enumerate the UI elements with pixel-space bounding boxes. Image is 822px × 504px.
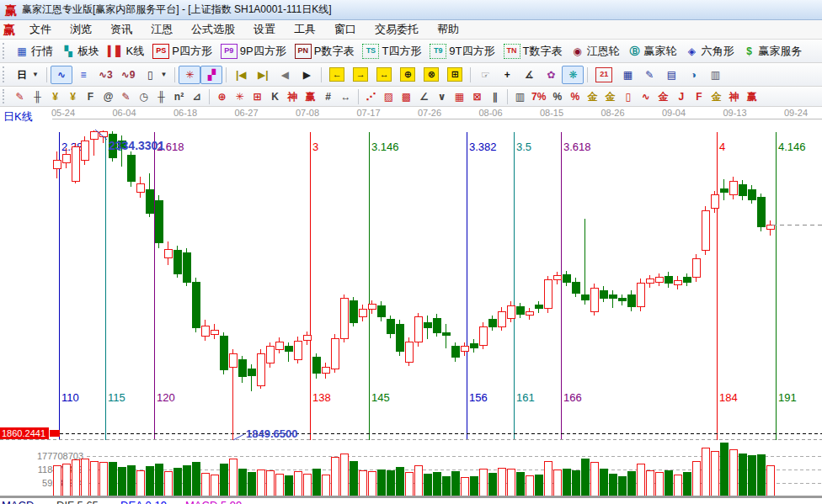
winner-wheel-button-button[interactable]: Ⓑ赢家轮 (623, 41, 681, 61)
grid-target-button[interactable]: ⊞ (248, 88, 266, 104)
angle-lines-button[interactable]: ∠ (415, 88, 433, 104)
gold-ruler-2-button[interactable]: ¥ (64, 88, 82, 104)
zoom-horizontal-button[interactable]: ↔ (372, 65, 396, 84)
fan-grid-button[interactable]: ▩ (398, 88, 415, 104)
nav-first-button[interactable]: |◀ (230, 66, 252, 84)
crosshair-button[interactable]: + (496, 66, 518, 84)
pattern-search-button[interactable]: ✳ (179, 66, 200, 84)
period-selector-dropdown-icon[interactable]: ▼ (32, 71, 39, 78)
t9-square-button-button[interactable]: T99T四方形 (425, 41, 499, 61)
k-note-button[interactable]: K (266, 88, 284, 104)
menu-item-8[interactable]: 交易委托 (366, 20, 428, 39)
chart-area[interactable]: 日K线 05-2406-0406-1806-2707-0807-1707-260… (0, 107, 822, 504)
toolbar-drag-handle[interactable] (3, 66, 8, 82)
circle-cross-button[interactable]: ⊕ (213, 88, 231, 104)
shift-left-button[interactable]: ← (325, 65, 349, 84)
star-burst-button[interactable]: ✳ (231, 88, 248, 104)
ying-tool-button[interactable]: 赢 (302, 88, 319, 104)
quotes-button-button[interactable]: ▦行情 (11, 41, 57, 61)
compress-view-button[interactable]: ⊗ (419, 65, 443, 84)
parallel-lines-button[interactable]: ∥ (486, 88, 504, 104)
grid-tool-button[interactable]: ▦ (451, 88, 468, 104)
zigzag-tool-button[interactable]: ∿ (51, 66, 72, 84)
candle-style-dropdown-icon[interactable]: ▼ (160, 71, 167, 78)
wave-9-button[interactable]: ∿9 (117, 66, 140, 84)
wave-3-button[interactable]: ∿3 (94, 66, 117, 84)
check-tool-button[interactable]: ∨ (433, 88, 451, 104)
j-angle-button[interactable]: J (672, 88, 690, 104)
notes-button[interactable]: ✎ (638, 66, 660, 84)
fan-box-button[interactable]: ▨ (380, 88, 398, 104)
period-selector-button[interactable]: 日▼ (11, 66, 43, 84)
network-button[interactable]: ◑ (682, 66, 704, 84)
gold-lines-button[interactable]: 金 (601, 88, 619, 104)
f-angle-button[interactable]: F (690, 88, 707, 104)
candle-pencil-button[interactable]: ▯ (619, 88, 637, 104)
angle-tool-button[interactable]: ⊿ (188, 88, 206, 104)
calculator-button[interactable]: ▦ (616, 66, 638, 84)
zoom-out-all-button[interactable]: ⊕ (396, 65, 419, 84)
pencil-tool-button[interactable]: ✎ (11, 88, 29, 104)
column-tool-button[interactable]: ▥ (511, 88, 529, 104)
menu-item-6[interactable]: 工具 (285, 20, 325, 39)
expand-view-button[interactable]: ⊞ (443, 65, 467, 84)
winner-service-button-button[interactable]: $赢家服务 (738, 41, 806, 61)
shift-right-button[interactable]: → (349, 65, 372, 84)
p-number-table-button-button[interactable]: PNP数字表 (291, 41, 359, 61)
toolbar-drag-handle[interactable] (3, 89, 8, 103)
time-cycle-button[interactable]: ◷ (135, 88, 152, 104)
gold-ruler-button[interactable]: ¥ (46, 88, 64, 104)
save-button[interactable]: ▤ (660, 66, 682, 84)
flower-tool-button[interactable]: ✿ (540, 66, 562, 84)
percent-button[interactable]: % (548, 88, 566, 104)
hexagon-button-button[interactable]: ◈六角形 (681, 41, 738, 61)
kline-button-button[interactable]: ▍▋K线 (104, 41, 148, 61)
sectors-button-button[interactable]: ▚板块 (57, 41, 104, 61)
print-button[interactable]: ▥ (704, 66, 726, 84)
kline-chart-svg[interactable]: 05-2406-0406-1806-2707-0807-1707-2608-06… (0, 107, 822, 504)
fan-lines-button[interactable]: ⋰ (362, 88, 380, 104)
pan-hand-button[interactable]: ☞ (474, 66, 496, 84)
nav-next-button[interactable]: ▶ (296, 66, 318, 84)
percent-line-button[interactable]: % (566, 88, 584, 104)
span-arrow-button[interactable]: ↔ (337, 88, 355, 104)
wave-tool-button[interactable]: ∿ (637, 88, 654, 104)
gann-ruler-button[interactable]: ╫ (29, 88, 46, 104)
gold-circle-button[interactable]: 金 (584, 88, 601, 104)
grid-123-button[interactable]: # (319, 88, 337, 104)
volume-profile-button[interactable]: ▞ (200, 66, 222, 84)
menu-item-4[interactable]: 公式选股 (182, 20, 244, 39)
candle-style-button[interactable]: ▯▼ (139, 66, 171, 84)
t-square-button-button[interactable]: TST四方形 (358, 41, 425, 61)
menu-item-3[interactable]: 江恩 (141, 20, 182, 39)
p-square-button-button[interactable]: PSP四方形 (148, 41, 216, 61)
f-ruler-button[interactable]: F (82, 88, 99, 104)
menu-item-5[interactable]: 设置 (244, 20, 285, 39)
gold-angle-button[interactable]: 金 (707, 88, 725, 104)
spiral-tool-button[interactable]: @ (99, 88, 117, 104)
nav-prev-button[interactable]: ◀ (274, 66, 296, 84)
calendar-button[interactable]: 21 (591, 65, 616, 85)
menu-item-9[interactable]: 帮助 (428, 20, 468, 39)
n-square-button[interactable]: n² (170, 88, 188, 104)
nav-last-button[interactable]: ▶| (252, 66, 274, 84)
gold-line-button[interactable]: 金 (654, 88, 672, 104)
menu-item-2[interactable]: 资讯 (101, 20, 141, 39)
smart-tool-button[interactable]: ❋ (562, 66, 584, 84)
grid-tool-2-button[interactable]: ⊠ (468, 88, 486, 104)
p9-square-button-button[interactable]: P99P四方形 (216, 41, 291, 61)
menu-item-7[interactable]: 窗口 (325, 20, 366, 39)
quote-board-button[interactable]: ≡ (72, 66, 94, 84)
angle-measure-button[interactable]: ∡ (518, 66, 540, 84)
shen-angle-button[interactable]: 神 (725, 88, 743, 104)
toolbar-drag-handle[interactable] (3, 43, 8, 59)
shen-tool-button[interactable]: 神 (284, 88, 302, 104)
percent-7-button[interactable]: 7% (529, 88, 548, 104)
menu-item-0[interactable]: 文件 (20, 20, 61, 39)
menu-item-1[interactable]: 浏览 (61, 20, 101, 39)
tick-ruler-button[interactable]: ╫ (152, 88, 170, 104)
gann-wheel-button-button[interactable]: ◉江恩轮 (566, 41, 623, 61)
t-number-table-button-button[interactable]: TNT数字表 (499, 41, 567, 61)
marker-pencil-button[interactable]: ✎ (117, 88, 135, 104)
ying-angle-button[interactable]: 赢 (743, 88, 761, 104)
